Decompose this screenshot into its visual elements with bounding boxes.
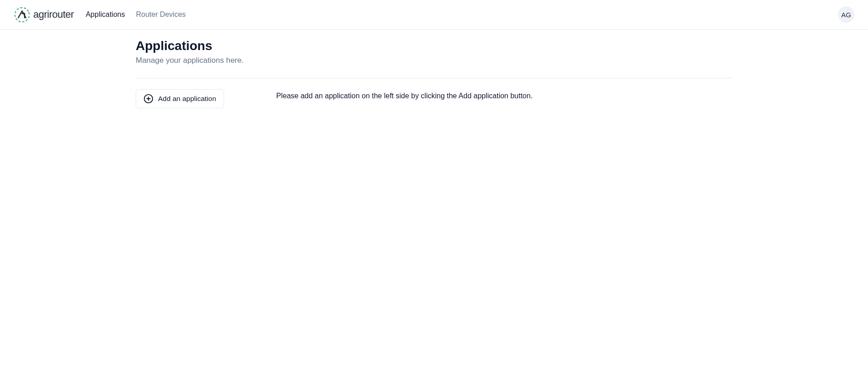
page-content: Applications Manage your applications he…	[136, 30, 732, 108]
svg-point-0	[14, 6, 31, 23]
brand-name: agrirouter	[33, 9, 74, 20]
sidebar-actions: Add an application	[136, 89, 224, 108]
section-divider	[136, 78, 732, 78]
main-layout: Add an application Please add an applica…	[136, 89, 732, 108]
brand-logo[interactable]: agrirouter	[14, 6, 74, 23]
nav-router-devices[interactable]: Router Devices	[136, 10, 185, 19]
plus-circle-icon	[143, 94, 153, 104]
header-left: agrirouter Applications Router Devices	[14, 6, 186, 23]
main-panel: Please add an application on the left si…	[276, 89, 533, 108]
header: agrirouter Applications Router Devices A…	[0, 0, 868, 30]
brand-logo-icon	[14, 6, 31, 23]
nav-applications[interactable]: Applications	[86, 10, 125, 19]
add-application-button[interactable]: Add an application	[136, 89, 224, 108]
main-nav: Applications Router Devices	[86, 10, 186, 19]
user-avatar[interactable]: AG	[838, 6, 854, 23]
page-title: Applications	[136, 39, 732, 53]
add-application-label: Add an application	[158, 95, 216, 103]
page-subtitle: Manage your applications here.	[136, 56, 732, 65]
empty-state-text: Please add an application on the left si…	[276, 89, 533, 100]
